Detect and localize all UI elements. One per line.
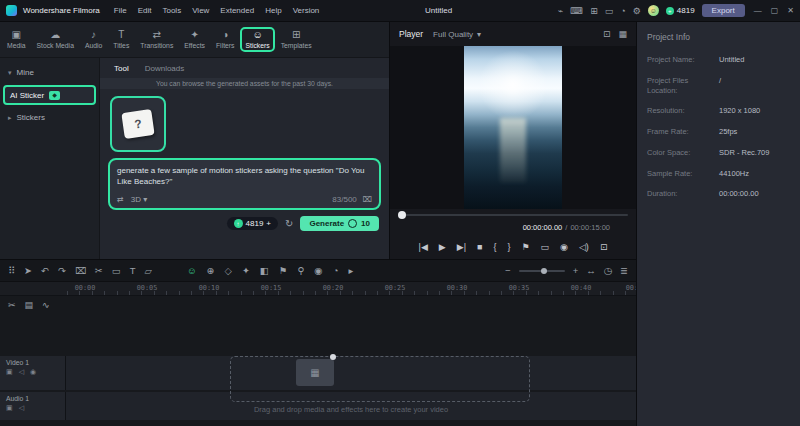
user-avatar[interactable]: ☺ [648, 5, 659, 16]
film-track-icon[interactable]: ▤ [25, 300, 34, 310]
mark-out-icon[interactable]: } [507, 242, 510, 252]
playhead-handle[interactable] [398, 211, 406, 219]
menu-edit[interactable]: Edit [138, 6, 152, 15]
tab-filters[interactable]: ◑Filters [211, 27, 240, 52]
track-manager-icon[interactable]: ≣ [620, 265, 628, 276]
effects-icon[interactable]: ✦ [242, 265, 250, 276]
timeline-ruler[interactable]: 00:00 00:05 00:10 00:15 00:20 00:25 00:3… [0, 282, 636, 296]
motion-tracking-icon[interactable]: ⊕ [207, 265, 215, 276]
menu-help[interactable]: Help [265, 6, 281, 15]
menu-file[interactable]: File [114, 6, 127, 15]
sidebar-item-stickers[interactable]: ▸ Stickers [0, 107, 99, 128]
layout-view-icon[interactable]: ⊡ [603, 29, 611, 39]
lock-icon[interactable]: ▣ [6, 368, 13, 376]
previous-frame-icon[interactable]: |◀ [419, 242, 428, 252]
tab-transitions[interactable]: ⇄Transitions [135, 27, 178, 52]
redo-icon[interactable]: ↷ [58, 265, 66, 276]
coin-balance[interactable]: + 4819 [666, 6, 695, 15]
video-track-head[interactable]: Video 1 ▣ ◁ ◉ [0, 356, 66, 390]
record-icon[interactable]: ◉ [314, 265, 322, 276]
export-button[interactable]: Export [702, 4, 745, 17]
video-preview[interactable] [464, 46, 562, 209]
prompt-input[interactable]: generate a few sample of motion stickers… [117, 165, 372, 191]
field-color-space: Color Space: SDR - Rec.709 [647, 148, 790, 158]
tab-downloads[interactable]: Downloads [145, 64, 185, 73]
zoom-out-icon[interactable]: − [505, 265, 511, 276]
tab-stickers[interactable]: ☺Stickers [240, 27, 274, 52]
zoom-in-icon[interactable]: + [573, 265, 579, 276]
model-selector[interactable]: 3D ▾ [131, 195, 147, 204]
shortcut-keyboard-icon[interactable]: ⌨ [570, 6, 583, 16]
menu-view[interactable]: View [192, 6, 209, 15]
text-tool-icon[interactable]: T [130, 265, 136, 276]
split-icon[interactable]: ✂ [95, 265, 103, 276]
notification-icon[interactable]: ◔ [620, 6, 625, 16]
tab-effects[interactable]: ✦Effects [179, 27, 210, 52]
render-preview-icon[interactable]: ▸ [348, 265, 353, 276]
dual-screen-icon[interactable]: ▭ [605, 6, 614, 16]
minimize-icon[interactable]: — [754, 6, 762, 15]
mark-in-icon[interactable]: { [493, 242, 496, 252]
mute-icon[interactable]: ◁ [19, 404, 24, 412]
crop-icon[interactable]: ▭ [112, 265, 121, 276]
sidebar-item-ai-sticker[interactable]: AI Sticker ◆ [3, 85, 96, 105]
mute-icon[interactable]: ◁ [19, 368, 24, 376]
media-clip-placeholder[interactable]: ▦ [296, 359, 334, 386]
stop-icon[interactable]: ■ [477, 242, 482, 252]
media-grid-icon[interactable]: ⠿ [8, 265, 15, 276]
tab-titles[interactable]: TTitles [108, 27, 134, 52]
close-icon[interactable]: ✕ [787, 6, 794, 15]
maximize-icon[interactable]: ▢ [771, 6, 779, 15]
gift-icon[interactable]: ⌁ [558, 6, 563, 16]
voiceover-mic-icon[interactable]: ⚲ [297, 265, 304, 276]
speed-icon[interactable]: ◔ [333, 265, 339, 276]
undo-icon[interactable]: ↶ [41, 265, 49, 276]
zoom-slider[interactable] [519, 270, 565, 272]
refresh-icon[interactable]: ↻ [285, 218, 293, 229]
scrubber-track[interactable] [398, 214, 628, 216]
tab-templates[interactable]: ⊞Templates [276, 27, 317, 52]
marker-tool-icon[interactable]: ⚑ [279, 265, 288, 276]
quick-split-icon[interactable]: ✂ [8, 300, 16, 310]
tab-tool[interactable]: Tool [114, 64, 129, 73]
coin-recharge-pill[interactable]: ↑ 4819 + [227, 217, 278, 230]
mask-icon[interactable]: ▱ [145, 265, 152, 276]
clear-prompt-icon[interactable]: ⌧ [363, 195, 372, 204]
tab-stock-media[interactable]: ☁Stock Media [32, 27, 79, 52]
sidebar-item-mine[interactable]: ▾ Mine [0, 62, 99, 83]
play-icon[interactable]: ▶ [439, 242, 446, 252]
quality-selector[interactable]: Full Quality ▾ [433, 30, 481, 39]
fullscreen-icon[interactable]: ⊡ [600, 242, 608, 252]
next-frame-icon[interactable]: ▶| [457, 242, 466, 252]
menu-version[interactable]: Version [293, 6, 320, 15]
generate-button[interactable]: Generate 10 [300, 216, 379, 231]
clip-keyframe-dot[interactable] [330, 354, 336, 360]
settings-icon[interactable]: ⚙ [633, 6, 641, 16]
select-tool-icon[interactable]: ➤ [24, 265, 32, 276]
menu-extended[interactable]: Extended [220, 6, 254, 15]
marker-icon[interactable]: ⚑ [522, 242, 530, 252]
zoom-slider-knob[interactable] [541, 268, 547, 274]
ai-sticker-tool-icon[interactable]: ☺ [187, 265, 197, 276]
enhance-preview-icon[interactable]: ▦ [618, 29, 627, 39]
crop-preview-icon[interactable]: ▭ [541, 242, 550, 252]
media-tabs-ribbon: ▣Media ☁Stock Media ♪Audio TTitles ⇄Tran… [0, 22, 389, 58]
tab-media[interactable]: ▣Media [2, 27, 31, 52]
auto-ripple-icon[interactable]: ◷ [604, 265, 612, 276]
generated-sticker-thumbnail[interactable]: ? [110, 96, 166, 152]
drop-zone-outline [230, 356, 530, 402]
workspace-layout-icon[interactable]: ⊞ [590, 6, 598, 16]
audio-wave-icon[interactable]: ∿ [42, 300, 50, 310]
keyframe-icon[interactable]: ◇ [225, 265, 232, 276]
chroma-key-icon[interactable]: ◧ [260, 265, 269, 276]
volume-icon[interactable]: ◁) [579, 242, 589, 252]
hide-icon[interactable]: ◉ [30, 368, 36, 376]
fit-timeline-icon[interactable]: ↔ [586, 265, 596, 276]
audio-track-head[interactable]: Audio 1 ▣ ◁ [0, 392, 66, 420]
menu-tools[interactable]: Tools [162, 6, 181, 15]
tab-audio[interactable]: ♪Audio [80, 27, 107, 52]
lock-icon[interactable]: ▣ [6, 404, 13, 412]
snapshot-icon[interactable]: ◉ [560, 242, 568, 252]
shuffle-prompt-icon[interactable]: ⇄ [117, 195, 124, 204]
delete-icon[interactable]: ⌧ [75, 265, 86, 276]
